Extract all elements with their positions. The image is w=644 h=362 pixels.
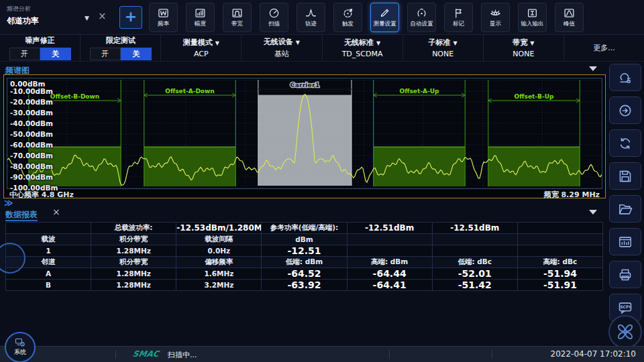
reset-icon [618, 70, 633, 85]
toggle-option[interactable]: 关 [121, 48, 152, 60]
setting-group-5[interactable]: 子标准▼NONE [403, 35, 484, 61]
svg-text:Offset-B-Down: Offset-B-Down [50, 93, 99, 100]
setting-group-1: 限定测试开关 [80, 35, 161, 61]
chart-info-row: 中心频率 4.8 GHz 频宽 8.29 MHz [4, 190, 605, 200]
y-axis-label: -10.00dBm [10, 87, 53, 95]
sidebar: SCPI [606, 62, 644, 362]
scpi-bubble-icon: SCPI [618, 300, 633, 315]
close-icon[interactable]: × [98, 10, 107, 22]
measurement-selector[interactable]: 频谱分析 邻道功率 [7, 5, 84, 27]
tool-button-display[interactable]: 显示 [481, 3, 510, 32]
toggle-option[interactable]: 关 [40, 48, 71, 60]
toggle-option[interactable]: 开 [9, 48, 40, 60]
system-button[interactable]: 系统 [5, 332, 36, 362]
trigger-icon [342, 7, 354, 19]
setting-group-7[interactable]: 更多... [564, 35, 644, 61]
dropdown-value: 基站 [274, 49, 289, 59]
sweep-status-text: 扫描中... [168, 350, 197, 360]
table-row: 载波积分带宽载波间隔dBm [6, 234, 603, 245]
peak-icon [564, 7, 575, 19]
expand-icon[interactable]: ≫ [4, 198, 12, 208]
table-row: A1.28MHz1.6MHz-64.52-64.44-52.01-51.94 [6, 268, 603, 280]
input-output-icon [527, 7, 538, 19]
side-button-printer[interactable] [609, 261, 641, 288]
corner-menu-button[interactable] [608, 315, 642, 349]
side-button-reset[interactable] [609, 64, 641, 91]
mode-category: 频谱分析 [7, 5, 84, 13]
tool-button-marker[interactable]: 标记 [444, 3, 473, 32]
tool-button-bandwidth[interactable]: 带宽 [223, 3, 252, 32]
tool-button-trace[interactable]: 轨迹 [297, 3, 325, 32]
clock: 2022-04-07 17:02:10 [551, 349, 636, 359]
toolbar-buttons: 频率幅度带宽扫描轨迹触发测量设置自动设置标记显示输入输出峰值 [149, 3, 584, 32]
tool-button-frequency[interactable]: 频率 [149, 3, 178, 32]
dropdown-value: TD_SCDMA [342, 50, 383, 58]
setting-group-0: 噪声修正开关 [0, 35, 80, 61]
tool-button-label: 测量设置 [374, 20, 396, 28]
cell-r2-c4 [347, 245, 432, 257]
tool-button-label: 触发 [342, 20, 354, 28]
report-panel-header: 数据报表 [5, 207, 38, 221]
tool-button-input-output[interactable]: 输入输出 [518, 3, 547, 32]
collapse-spectrum-icon[interactable] [589, 66, 597, 71]
tool-button-sweep[interactable]: 扫描 [260, 3, 288, 32]
cell-r1-c5 [432, 234, 517, 245]
cell-r0-c2: -12.53dBm/1.280MHz [176, 223, 262, 234]
setting-group-6[interactable]: 带宽▼NONE [484, 35, 564, 61]
marker-icon [453, 7, 464, 19]
toggle-option[interactable]: 开 [90, 48, 121, 60]
chevron-down-icon: ▼ [215, 40, 219, 46]
amplitude-icon [195, 7, 206, 19]
report-panel-title: 数据报表 [5, 210, 38, 221]
side-button-refresh[interactable] [609, 129, 641, 157]
y-axis-label: -60.00dBm [10, 141, 53, 149]
tool-button-label: 频率 [158, 20, 169, 28]
refresh-icon [618, 136, 633, 151]
side-button-screenshot[interactable] [609, 228, 641, 255]
arrow-right-circle-icon [618, 103, 633, 118]
cell-r3-c1: 积分带宽 [91, 257, 176, 268]
tool-button-amplitude[interactable]: 幅度 [186, 3, 215, 32]
setting-group-2[interactable]: 测量模式▼ACP [161, 35, 241, 61]
tool-button-auto-setup[interactable]: 自动设置 [407, 3, 436, 32]
cell-r5-c3: -63.92 [262, 280, 347, 291]
dropdown-value: ACP [194, 50, 209, 58]
folder-open-icon [618, 202, 633, 217]
cell-r0-c4: -12.51dBm [347, 223, 432, 234]
tool-button-peak[interactable]: 峰值 [555, 3, 584, 32]
cell-r4-c4: -64.44 [347, 268, 432, 280]
more-link[interactable]: 更多... [593, 43, 615, 53]
side-button-folder-open[interactable] [609, 195, 641, 223]
cell-r2-c1: 1.28MHz [91, 245, 176, 257]
tool-button-label: 带宽 [231, 20, 243, 28]
setting-group-4[interactable]: 无线标准▼TD_SCDMA [323, 35, 403, 61]
span-label: 频宽 8.29 MHz [544, 190, 600, 200]
collapse-report-icon[interactable] [589, 210, 597, 215]
cell-r4-c1: 1.28MHz [91, 268, 176, 280]
spectrum-plot[interactable]: Offset-B-DownOffset-A-DownOffset-A-UpOff… [7, 78, 602, 189]
close-report-icon[interactable]: × [52, 206, 60, 217]
svg-text:SCPI: SCPI [620, 304, 630, 309]
chevron-down-icon: ▼ [530, 40, 534, 46]
side-button-save[interactable] [609, 162, 641, 190]
tool-button-label: 扫描 [268, 20, 280, 28]
add-measurement-button[interactable]: + [119, 6, 142, 29]
cell-r1-c4 [347, 234, 432, 245]
cell-r2-c2: 0.0Hz [176, 245, 262, 257]
tool-button-label: 轨迹 [305, 20, 317, 28]
trace-icon [305, 7, 317, 19]
cell-r1-c2: 载波间隔 [176, 234, 262, 245]
divider [115, 350, 116, 359]
y-axis-label: -40.00dBm [10, 119, 53, 127]
bandwidth-icon [231, 7, 243, 19]
cell-r3-c2: 偏移频率 [176, 257, 262, 268]
setting-group-3[interactable]: 无线设备▼基站 [241, 35, 322, 61]
table-row: 11.28MHz0.0Hz-12.51 [6, 245, 603, 257]
system-gear-icon [15, 338, 25, 347]
chevron-down-icon[interactable]: ▼ [85, 15, 89, 21]
side-button-arrow-right-circle[interactable] [609, 97, 641, 124]
tool-button-measure-setup[interactable]: 测量设置 [370, 3, 399, 32]
report-table: 总载波功率:-12.53dBm/1.280MHz参考功率(低端/高端):-12.… [5, 222, 603, 291]
divider [492, 350, 492, 359]
tool-button-trigger[interactable]: 触发 [333, 3, 362, 32]
